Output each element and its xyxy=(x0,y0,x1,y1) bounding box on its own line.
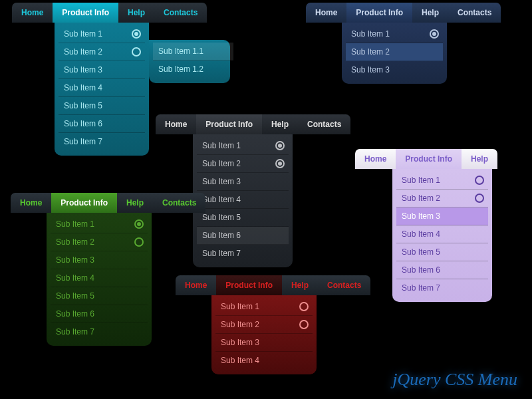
sub-item-5[interactable]: Sub Item 5 xyxy=(59,97,145,115)
radio-icon xyxy=(475,194,484,203)
tab-help[interactable]: Help xyxy=(262,114,298,134)
radio-icon xyxy=(132,29,141,39)
tab-product-info[interactable]: Product Info xyxy=(196,114,262,134)
radio-icon xyxy=(134,219,144,229)
sub-item-label: Sub Item 1 xyxy=(351,29,390,39)
sub-item-label: Sub Item 1 xyxy=(64,29,102,39)
nav-bar: Home Product Info Help Contacts xyxy=(156,114,350,134)
tab-help[interactable]: Help xyxy=(282,275,318,295)
sub-item-label: Sub Item 2 xyxy=(402,194,440,203)
sub-item-3[interactable]: Sub Item 3 xyxy=(197,173,289,191)
tab-product-info[interactable]: Product Info xyxy=(346,3,412,23)
sub-item-2[interactable]: Sub Item 2 xyxy=(59,43,145,61)
sub-item-2[interactable]: Sub Item 2 xyxy=(396,190,488,207)
dropdown: Sub Item 1 Sub Item 2 Sub Item 3 Sub Ite… xyxy=(392,169,492,302)
sub-item-1[interactable]: Sub Item 1 xyxy=(396,172,488,190)
nav-bar: Home Product Info Help Contacts xyxy=(306,3,501,23)
radio-icon xyxy=(299,302,309,311)
sub-item-7[interactable]: Sub Item 7 xyxy=(396,279,488,297)
tab-help[interactable]: Help xyxy=(117,193,153,213)
sub-item-1[interactable]: Sub Item 1 xyxy=(51,215,148,233)
sub-item-4[interactable]: Sub Item 4 xyxy=(197,191,289,209)
menu-teal: Home Product Info Help Contacts Sub Item… xyxy=(12,3,207,23)
tab-home[interactable]: Home xyxy=(11,193,51,213)
sub-item-label: Sub Item 2 xyxy=(64,47,102,57)
radio-icon xyxy=(275,141,285,150)
sub-item-label: Sub Item 1 xyxy=(56,219,94,229)
sub-item-4[interactable]: Sub Item 4 xyxy=(215,352,313,369)
tab-product-info[interactable]: Product Info xyxy=(396,149,462,169)
sub-item-2[interactable]: Sub Item 2 xyxy=(197,155,289,173)
sub-item-1[interactable]: Sub Item 1 xyxy=(197,137,289,155)
nav-bar: Home Product Info Help Contacts xyxy=(176,275,370,295)
sub-item-2[interactable]: Sub Item 2 xyxy=(215,316,313,334)
sub-item-5[interactable]: Sub Item 5 xyxy=(51,287,148,305)
sub-item-3[interactable]: Sub Item 3 xyxy=(396,207,488,225)
tab-help[interactable]: Help xyxy=(462,149,497,169)
sub-item-6[interactable]: Sub Item 6 xyxy=(197,227,289,245)
tab-contacts[interactable]: Contacts xyxy=(298,114,350,134)
tab-product-info[interactable]: Product Info xyxy=(53,3,118,23)
radio-icon xyxy=(475,176,484,185)
tab-product-info[interactable]: Product Info xyxy=(216,275,282,295)
tab-home[interactable]: Home xyxy=(306,3,346,23)
sub-item-5[interactable]: Sub Item 5 xyxy=(197,209,289,227)
sub-item-label: Sub Item 2 xyxy=(221,320,259,329)
radio-icon xyxy=(275,159,285,168)
menu-dark: Home Product Info Help Contacts Sub Item… xyxy=(156,114,350,134)
tab-product-info[interactable]: Product Info xyxy=(51,193,117,213)
tab-contacts[interactable]: Contacts xyxy=(318,275,370,295)
sub-item-7[interactable]: Sub Item 7 xyxy=(59,133,145,150)
tab-home[interactable]: Home xyxy=(156,114,196,134)
dropdown: Sub Item 1 Sub Item 2 Sub Item 3 Sub Ite… xyxy=(193,134,293,267)
sub-item-1[interactable]: Sub Item 1 xyxy=(215,298,313,316)
menu-blue: Home Product Info Help Contacts Sub Item… xyxy=(306,3,501,23)
menu-red: Home Product Info Help Contacts Sub Item… xyxy=(176,275,370,295)
sub-item-3[interactable]: Sub Item 3 xyxy=(346,61,443,78)
sub-item-1-1[interactable]: Sub Item 1.1 xyxy=(153,43,233,61)
sub-item-label: Sub Item 2 xyxy=(56,237,94,247)
dropdown: Sub Item 1 Sub Item 2 Sub Item 3 Sub Ite… xyxy=(211,295,317,374)
tab-home[interactable]: Home xyxy=(355,149,396,169)
sub-item-2[interactable]: Sub Item 2 xyxy=(51,233,148,251)
tab-contacts[interactable]: Contacts xyxy=(154,3,207,23)
tab-home[interactable]: Home xyxy=(176,275,216,295)
sub-item-label: Sub Item 1 xyxy=(202,141,241,150)
sub-item-3[interactable]: Sub Item 3 xyxy=(215,334,313,352)
sub-item-1[interactable]: Sub Item 1 xyxy=(59,25,145,43)
radio-icon xyxy=(299,320,309,329)
tab-help[interactable]: Help xyxy=(118,3,154,23)
nav-bar: Home Product Info Help xyxy=(355,149,497,169)
sub-item-2[interactable]: Sub Item 2 xyxy=(346,43,443,61)
sub-item-3[interactable]: Sub Item 3 xyxy=(51,251,148,269)
sub-item-1[interactable]: Sub Item 1 xyxy=(346,25,443,43)
sub-item-label: Sub Item 2 xyxy=(202,159,241,168)
sub-item-4[interactable]: Sub Item 4 xyxy=(51,269,148,287)
sub-item-6[interactable]: Sub Item 6 xyxy=(51,305,148,323)
nav-bar: Home Product Info Help Contacts xyxy=(11,193,205,213)
sub-item-label: Sub Item 1 xyxy=(402,176,440,185)
menu-purple: Home Product Info Help Sub Item 1 Sub It… xyxy=(355,149,497,169)
sub-item-1-2[interactable]: Sub Item 1.2 xyxy=(153,61,233,78)
page-title: jQuery CSS Menu xyxy=(392,370,517,390)
sub-item-4[interactable]: Sub Item 4 xyxy=(396,225,488,243)
tab-help[interactable]: Help xyxy=(412,3,448,23)
sub-item-6[interactable]: Sub Item 6 xyxy=(59,115,145,133)
tab-home[interactable]: Home xyxy=(12,3,53,23)
tab-contacts[interactable]: Contacts xyxy=(448,3,501,23)
sub-item-5[interactable]: Sub Item 5 xyxy=(396,243,488,261)
sub-item-4[interactable]: Sub Item 4 xyxy=(59,79,145,97)
tab-contacts[interactable]: Contacts xyxy=(153,193,205,213)
flyout: Sub Item 1.1 Sub Item 1.2 xyxy=(149,40,230,83)
dropdown: Sub Item 1 Sub Item 2 Sub Item 3 Sub Ite… xyxy=(55,23,149,156)
radio-icon xyxy=(132,47,141,57)
sub-item-6[interactable]: Sub Item 6 xyxy=(396,261,488,279)
radio-icon xyxy=(134,237,144,247)
sub-item-7[interactable]: Sub Item 7 xyxy=(51,323,148,340)
menu-green: Home Product Info Help Contacts Sub Item… xyxy=(11,193,205,213)
radio-icon xyxy=(430,29,439,39)
dropdown: Sub Item 1 Sub Item 2 Sub Item 3 xyxy=(342,23,447,84)
sub-item-7[interactable]: Sub Item 7 xyxy=(197,245,289,262)
sub-item-3[interactable]: Sub Item 3 xyxy=(59,61,145,79)
dropdown: Sub Item 1 Sub Item 2 Sub Item 3 Sub Ite… xyxy=(47,213,152,346)
